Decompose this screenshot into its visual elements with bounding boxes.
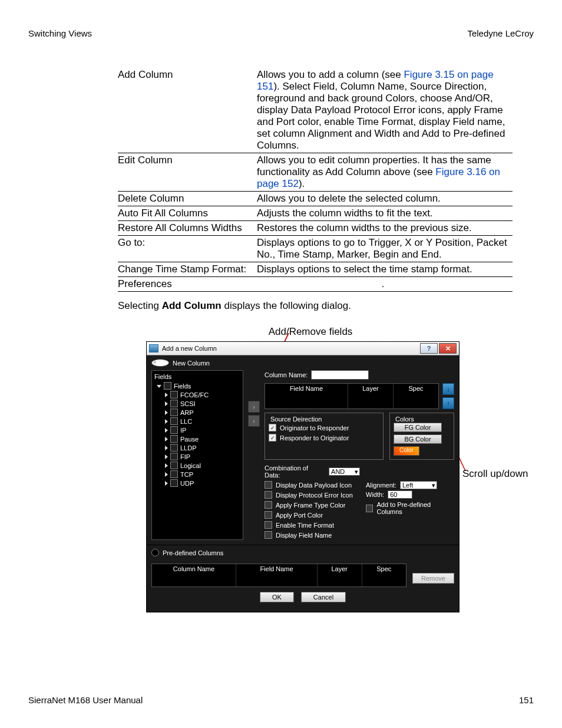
combination-label: Combination of Data: — [265, 465, 325, 479]
tree-label: ARP — [180, 409, 194, 416]
column-name-label: Column Name: — [265, 371, 308, 378]
option-check[interactable]: Apply Frame Type Color — [265, 500, 360, 510]
close-button[interactable]: ✕ — [439, 343, 457, 354]
checkbox-icon — [265, 501, 272, 509]
checkbox-icon — [265, 511, 272, 519]
expand-icon — [165, 437, 168, 442]
expand-icon — [165, 428, 168, 433]
radio-label: Pre-defined Columns — [163, 549, 223, 556]
predefined-table[interactable]: Column Name Field Name Layer Spec — [151, 564, 406, 587]
expand-icon — [165, 401, 168, 406]
tree-item[interactable]: Pause — [165, 434, 242, 443]
fg-color-button[interactable]: FG Color — [394, 423, 442, 432]
fields-tree[interactable]: Fields Fields FCOE/FCSCSIARPLLCIPPauseLL… — [151, 370, 243, 540]
option-check[interactable]: Apply Port Color — [265, 510, 360, 520]
titlebar[interactable]: Add a new Column ? ✕ — [147, 342, 459, 355]
checkbox-icon[interactable] — [170, 453, 178, 460]
checkbox-icon[interactable] — [170, 409, 178, 416]
checkbox-icon — [265, 531, 272, 539]
radio-label: New Column — [173, 360, 210, 367]
tree-label: LLDP — [180, 444, 197, 452]
field-list[interactable]: Field Name Layer Spec — [265, 383, 439, 409]
alignment-label: Alignment: — [366, 482, 396, 489]
footer-right: 151 — [519, 695, 534, 705]
list-header: Field Name — [265, 384, 348, 409]
expand-icon — [165, 393, 168, 397]
tree-item[interactable]: FIP — [165, 452, 242, 461]
add-field-button[interactable]: › — [248, 401, 260, 413]
fields-title: Fields — [153, 373, 242, 380]
bg-color-button[interactable]: BG Color — [394, 434, 442, 444]
help-button[interactable]: ? — [420, 343, 438, 354]
desc: Allows you to delete the selected column… — [257, 192, 513, 206]
responder-to-originator[interactable]: Responder to Originator — [269, 433, 379, 443]
checkbox-icon[interactable] — [170, 417, 178, 425]
expand-icon — [165, 419, 168, 424]
tree-item[interactable]: LLC — [165, 417, 242, 426]
radio-icon — [151, 549, 159, 556]
checkbox-icon[interactable] — [170, 400, 178, 407]
desc: Allows you to edit column properties. It… — [257, 153, 513, 192]
option-check[interactable]: Display Data Payload Icon — [265, 480, 360, 490]
desc: . — [257, 277, 513, 292]
callout-scroll: Scroll up/down — [462, 468, 528, 480]
tree-label: TCP — [180, 471, 193, 478]
move-up-button[interactable]: ↑ — [442, 397, 454, 409]
checkbox-icon[interactable] — [170, 426, 178, 434]
tree-label: UDP — [180, 480, 194, 487]
col-header: Layer — [318, 564, 362, 587]
move-down-button[interactable]: ↓ — [442, 383, 454, 395]
checkbox-icon — [265, 491, 272, 499]
tree-label: Pause — [180, 436, 199, 443]
radio-predefined[interactable]: Pre-defined Columns — [147, 545, 459, 560]
tree-item[interactable]: ARP — [165, 408, 242, 417]
checkbox-icon[interactable] — [170, 462, 178, 469]
tree-label: Fields — [174, 383, 191, 390]
option-check[interactable]: Display Protocol Error Icon — [265, 490, 360, 500]
expand-icon — [165, 472, 168, 477]
checkbox-icon[interactable] — [170, 435, 178, 443]
tree-root-node[interactable]: Fields — [157, 381, 242, 390]
tree-label: FCOE/FC — [180, 391, 209, 398]
term: Delete Column — [118, 192, 257, 206]
checkbox-icon[interactable] — [170, 444, 178, 452]
tree-item[interactable]: TCP — [165, 470, 242, 479]
col-header: Column Name — [152, 564, 236, 587]
combination-select[interactable]: AND — [329, 467, 360, 476]
tree-item[interactable]: FCOE/FC — [165, 390, 242, 399]
radio-icon — [151, 359, 169, 367]
checkbox-icon[interactable] — [170, 479, 178, 487]
originator-to-responder[interactable]: Originator to Responder — [269, 423, 379, 433]
list-header: Layer — [348, 384, 394, 409]
cancel-button[interactable]: Cancel — [301, 592, 346, 602]
width-input[interactable] — [388, 490, 412, 499]
tree-item[interactable]: Logical — [165, 461, 242, 470]
add-to-predefined[interactable]: Add to Pre-defined Columns — [366, 500, 454, 516]
checkbox-icon[interactable] — [170, 391, 178, 398]
app-icon — [149, 344, 158, 353]
checkbox-icon[interactable] — [164, 382, 171, 390]
desc: Adjusts the column widths to fit the tex… — [257, 206, 513, 221]
options-table: Add Column Allows you to add a column (s… — [118, 68, 513, 292]
column-name-input[interactable] — [311, 370, 369, 380]
option-check[interactable]: Enable Time Format — [265, 520, 360, 530]
tree-item[interactable]: UDP — [165, 479, 242, 487]
checkbox-icon — [265, 481, 272, 489]
col-header: Spec — [362, 564, 406, 587]
tree-item[interactable]: LLDP — [165, 443, 242, 452]
list-header: Spec — [394, 384, 438, 409]
desc: Restores the column widths to the previo… — [257, 221, 513, 236]
tree-item[interactable]: SCSI — [165, 399, 242, 408]
checkbox-icon[interactable] — [170, 470, 178, 478]
checkbox-icon — [269, 434, 276, 442]
expand-icon — [165, 454, 168, 459]
alignment-select[interactable]: Left — [400, 481, 437, 489]
tree-item[interactable]: IP — [165, 426, 242, 434]
ok-button[interactable]: OK — [260, 592, 294, 602]
expand-icon — [165, 481, 168, 486]
remove-field-button[interactable]: ‹ — [248, 415, 260, 427]
col-header: Field Name — [236, 564, 318, 587]
option-check[interactable]: Display Field Name — [265, 530, 360, 540]
window-title: Add a new Column — [162, 345, 217, 352]
radio-new-column[interactable]: New Column — [147, 355, 459, 370]
